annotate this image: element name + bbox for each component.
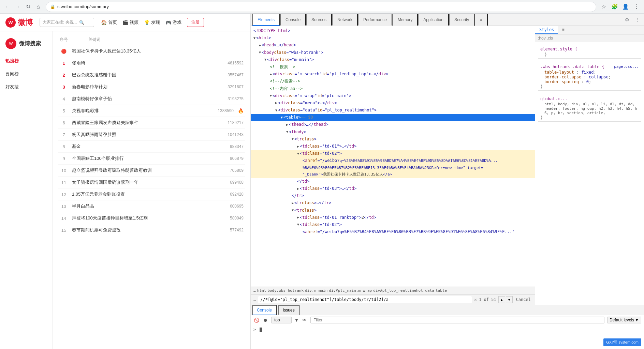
top-keyword[interactable]: 我国社保卡持卡人数已达13.35亿人 bbox=[72, 48, 244, 54]
star-button[interactable]: ☆ bbox=[599, 2, 609, 12]
tree-a-link[interactable]: <a href="/weibo?q=%23%E6%88%91%E5%9B%BD%… bbox=[251, 157, 535, 164]
search-clear-button[interactable]: ✕ bbox=[474, 297, 477, 302]
devtools-more-button[interactable]: ⋮ bbox=[633, 15, 643, 25]
breadcrumb-table[interactable]: table bbox=[436, 288, 447, 293]
tab-more[interactable]: » bbox=[474, 14, 488, 26]
address-bar[interactable]: 🔒 s.weibo.com/top/summary bbox=[46, 2, 596, 12]
sidebar-item-trending[interactable]: 热搜榜 bbox=[0, 55, 53, 67]
triangle-td03[interactable] bbox=[297, 186, 299, 192]
tree-tr-collapsed[interactable]: <tr class>…</tr> bbox=[251, 199, 535, 207]
tab-console[interactable]: Console bbox=[280, 14, 306, 26]
styles-tab-styles[interactable]: Styles bbox=[535, 26, 558, 34]
tree-head[interactable]: <head>…</head> bbox=[251, 42, 535, 49]
triangle-tr1[interactable] bbox=[292, 136, 294, 142]
keyword-text[interactable]: 张雨绮 bbox=[72, 60, 212, 66]
tree-div-wrap[interactable]: <div class="m-wrap" id="plc_main"> bbox=[251, 92, 535, 100]
keyword-text[interactable]: 基金 bbox=[72, 143, 212, 150]
tree-tbody[interactable]: <tbody> bbox=[251, 128, 535, 136]
nav-link-video[interactable]: 🎬视频 bbox=[122, 19, 138, 26]
xpath-search-input[interactable] bbox=[258, 296, 472, 303]
search-next-button[interactable]: ▼ bbox=[506, 296, 513, 303]
keyword-text[interactable]: 巴西总统发推感谢中国 bbox=[72, 72, 212, 78]
tree-td-03[interactable]: <td class="td-03">…</td> bbox=[251, 185, 535, 192]
breadcrumb-html[interactable]: html bbox=[257, 288, 266, 293]
tab-sources[interactable]: Sources bbox=[306, 14, 332, 26]
tab-security[interactable]: Security bbox=[449, 14, 474, 26]
keyword-text[interactable]: 西藏冒险王家属发声质疑失踪事件 bbox=[72, 120, 212, 126]
triangle-menu[interactable] bbox=[275, 100, 277, 106]
triangle-td02[interactable] bbox=[297, 151, 299, 156]
triangle-div-main[interactable] bbox=[264, 57, 266, 62]
forward-button[interactable]: → bbox=[13, 2, 23, 12]
triangle-data[interactable] bbox=[275, 108, 277, 113]
tab-memory[interactable]: Memory bbox=[392, 14, 418, 26]
html-tree[interactable]: <!DOCTYPE html> <html> <head>…</head> bbox=[251, 26, 535, 287]
console-top-selector[interactable]: top bbox=[271, 317, 292, 323]
tree-td-02[interactable]: <td class="td-02"> bbox=[251, 150, 535, 157]
console-tab-console[interactable]: Console bbox=[252, 305, 277, 315]
extensions-button[interactable]: 🧩 bbox=[610, 2, 619, 12]
nav-link-home[interactable]: 🏠首页 bbox=[101, 19, 117, 26]
triangle-wrap[interactable] bbox=[270, 93, 272, 98]
keyword-text[interactable]: 拜登将100天疫苗接种目标增至1.5亿剂 bbox=[72, 215, 212, 221]
back-button[interactable]: ← bbox=[3, 2, 12, 12]
console-tab-issues[interactable]: Issues bbox=[278, 305, 299, 315]
breadcrumb-div-data[interactable]: div#pl_top_realtimehot.data bbox=[373, 288, 434, 293]
tree-div-search[interactable]: <div class="m-search" id="pl_feedtop_top… bbox=[251, 71, 535, 78]
tree-a-link-2[interactable]: <a href="/weibo?q=%E5%B7%B4%E8%A5%BF%E6%… bbox=[251, 228, 535, 236]
keyword-text[interactable]: 春节期间机票可免费退改 bbox=[72, 227, 212, 233]
tree-tr-1[interactable]: <tr class> bbox=[251, 136, 535, 143]
keyword-text[interactable]: 1.05万亿元养老金到账投资 bbox=[72, 191, 212, 197]
tab-elements[interactable]: Elements bbox=[252, 14, 280, 26]
console-preserve-log-button[interactable]: ⏺ bbox=[262, 317, 268, 323]
keyword-text[interactable]: 越南模特好像章子怡 bbox=[72, 96, 212, 102]
keyword-text[interactable]: 新春电影种草计划 bbox=[72, 84, 212, 90]
tree-div-data[interactable]: <div class="data" id="pl_top_realtimehot… bbox=[251, 107, 535, 114]
reload-button[interactable]: ↻ bbox=[23, 2, 33, 12]
weibo-search-bar[interactable]: 大家正在搜: 央视... 🔍 bbox=[40, 18, 94, 27]
console-filter-input[interactable] bbox=[310, 317, 604, 323]
sidebar-item-news[interactable]: 要闻榜 bbox=[0, 67, 53, 80]
tree-html[interactable]: <html> bbox=[251, 34, 535, 42]
triangle-tbody[interactable] bbox=[286, 129, 288, 135]
keyword-text[interactable]: 全国最缺工100个职业排行 bbox=[72, 155, 212, 162]
breadcrumb-div-main[interactable]: div.m-main bbox=[305, 288, 327, 293]
keyword-text[interactable]: 央视春晚彩排 bbox=[72, 108, 202, 114]
devtools-settings-button[interactable]: ⚙ bbox=[622, 15, 632, 25]
console-clear-button[interactable]: 🚫 bbox=[253, 317, 260, 323]
tree-thead[interactable]: <thead>…</thead> bbox=[251, 121, 535, 128]
keyword-text[interactable]: 半月白晶晶 bbox=[72, 203, 212, 209]
sidebar-item-friends[interactable]: 好友搜 bbox=[0, 80, 53, 93]
menu-button[interactable]: ⋮ bbox=[632, 2, 641, 12]
home-button[interactable]: ⌂ bbox=[33, 2, 43, 12]
tree-body[interactable]: <body class="wbs-hotrank"> bbox=[251, 49, 535, 56]
search-cancel-button[interactable]: Cancel bbox=[515, 297, 532, 302]
profile-button[interactable]: 👤 bbox=[621, 2, 630, 12]
search-prev-button[interactable]: ▲ bbox=[498, 296, 505, 303]
style-source[interactable]: page.css... bbox=[614, 64, 639, 70]
nav-link-game[interactable]: 🎮游戏 bbox=[165, 19, 181, 26]
keyword-text[interactable]: 女子骗报房情回国后确诊获刑一年 bbox=[72, 179, 212, 185]
triangle-td022[interactable] bbox=[297, 222, 299, 227]
triangle-thead[interactable] bbox=[286, 122, 288, 127]
tree-div-main[interactable]: <div class="m-main"> bbox=[251, 56, 535, 63]
tab-network[interactable]: Network bbox=[332, 14, 358, 26]
console-eye-button[interactable]: 👁 bbox=[302, 317, 308, 323]
tree-td-02-2[interactable]: <td class="td-02"> bbox=[251, 221, 535, 228]
keyword-text[interactable]: 杨天真晒张雨绮孕肚照 bbox=[72, 132, 212, 138]
breadcrumb-ellipsis[interactable]: … bbox=[253, 288, 256, 293]
triangle-head[interactable] bbox=[259, 43, 261, 48]
register-button[interactable]: 注册 bbox=[187, 18, 204, 27]
keyword-text[interactable]: 赵立坚说望拜登政府吸取特朗普政府教训 bbox=[72, 167, 212, 173]
tree-td-01[interactable]: <td class="td-01">…</td> bbox=[251, 143, 535, 150]
triangle-html[interactable] bbox=[253, 35, 255, 41]
tab-application[interactable]: Application bbox=[418, 14, 449, 26]
tree-div-menu[interactable]: <div class="menu">…</div> bbox=[251, 100, 535, 107]
triangle-tr3[interactable] bbox=[292, 208, 294, 213]
triangle-td01[interactable] bbox=[297, 144, 299, 149]
tab-performance[interactable]: Performance bbox=[358, 14, 392, 26]
triangle-search[interactable] bbox=[270, 72, 272, 77]
styles-filter-input[interactable] bbox=[535, 34, 644, 42]
nav-link-discover[interactable]: 💡发现 bbox=[144, 19, 160, 26]
breadcrumb-body[interactable]: body.wbs-hotrank bbox=[267, 288, 304, 293]
